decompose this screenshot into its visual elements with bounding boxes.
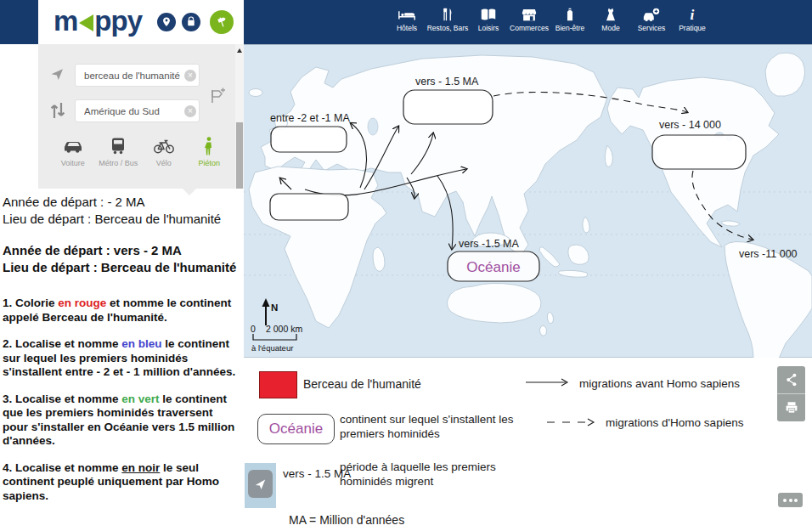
land-philippines — [583, 217, 589, 233]
cradle-legend-label: Berceau de l'humanité — [303, 377, 421, 392]
shopping-bag-icon — [183, 14, 199, 30]
print-button[interactable] — [777, 394, 805, 421]
land-cuba — [721, 221, 740, 226]
land-japan — [605, 145, 612, 167]
logo-arrow-icon — [79, 14, 93, 31]
land-australia — [448, 283, 542, 323]
north-arrow: N — [262, 298, 279, 325]
svg-text:0: 0 — [251, 324, 256, 334]
nav-item-services[interactable]: Services — [631, 6, 672, 32]
car-icon — [62, 136, 84, 156]
nav-item-hotels[interactable]: Hôtels — [386, 6, 427, 32]
signpost-icon — [213, 14, 230, 31]
oceania-legend-box: Océanie — [257, 414, 335, 444]
oceania-legend-label: Océanie — [269, 421, 323, 438]
clear-to-button[interactable]: × — [184, 105, 196, 117]
north-america-answer-box — [652, 135, 746, 169]
geolocate-control[interactable] — [245, 463, 276, 508]
book-icon — [479, 6, 498, 23]
asia-period-label: vers - 1.5 MA — [415, 76, 479, 88]
nav-item-mode[interactable]: Mode — [590, 6, 631, 32]
nav-item-commerces[interactable]: Commerces — [509, 6, 550, 32]
svg-text:i: i — [691, 6, 695, 23]
nav-label: Restos, Bars — [427, 24, 469, 32]
highlight-vert: en vert — [121, 393, 159, 405]
bike-icon — [153, 136, 175, 156]
mappy-logo[interactable]: m ppy — [54, 5, 142, 37]
oceania-name-label: Océanie — [466, 259, 520, 275]
highlight-bleu: en bleu — [121, 337, 161, 350]
mode-pieton[interactable]: Piéton — [187, 136, 233, 167]
europe-period-label: entre -2 et -1 MA — [270, 112, 350, 124]
info-icon: i — [683, 6, 702, 23]
nav-label: Hôtels — [397, 24, 417, 32]
nav-label: Commerces — [510, 24, 549, 32]
bed-icon — [398, 6, 416, 23]
car-plus-icon — [642, 6, 661, 23]
nav-item-pratique[interactable]: i Pratique — [672, 6, 713, 32]
add-step-flag-icon[interactable] — [208, 87, 227, 105]
ma-abbreviation-note: MA = Million d'années — [289, 513, 404, 528]
instructions: 1. Colorie en rouge et nomme le continen… — [3, 297, 240, 516]
nav-label: Pratique — [679, 24, 706, 32]
land-new-zealand — [539, 312, 553, 336]
share-icon — [784, 372, 799, 387]
departure-place-plain: Lieu de départ : Berceau de l'humanité — [3, 211, 221, 228]
scroll-up-icon[interactable] — [237, 48, 242, 53]
nav-label: Loisirs — [478, 24, 499, 32]
mode-metro-bus[interactable]: Métro / Bus — [96, 136, 142, 167]
more-options-button[interactable] — [778, 493, 803, 507]
map-canvas[interactable]: entre -2 et -1 MA vers - 1.5 MA vers - 1… — [244, 44, 812, 358]
share-button[interactable] — [777, 366, 805, 394]
panel-scrollbar[interactable] — [235, 44, 244, 189]
shopping-button[interactable] — [182, 13, 200, 31]
map-tools-panel — [777, 366, 805, 421]
instruction-1: 1. Colorie en rouge et nomme le continen… — [3, 297, 240, 325]
departure-bold-block: Année de départ : vers - 2 MA Lieu de dé… — [3, 242, 236, 276]
geolocate-button[interactable] — [248, 470, 273, 498]
top-nav: Hôtels Restos, Bars Loisirs Commerces Bi… — [244, 0, 812, 44]
land-borneo — [568, 245, 589, 264]
nav-item-bien-etre[interactable]: Bien-être — [550, 6, 590, 32]
departure-place-bold: Lieu de départ : Berceau de l'humanité — [3, 259, 236, 276]
nav-label: Services — [638, 24, 666, 32]
logo-text-ppy: ppy — [94, 5, 142, 37]
mode-label: Piéton — [198, 159, 220, 167]
mode-voiture[interactable]: Voiture — [50, 136, 96, 167]
dashed-arrow-symbol — [546, 417, 602, 427]
solid-arrow-symbol — [525, 377, 572, 387]
mappy-app: m ppy — [0, 0, 812, 531]
solid-arrow-label: migrations avant Homo sapiens — [579, 376, 740, 391]
nav-item-loisirs[interactable]: Loisirs — [468, 6, 509, 32]
dress-icon — [601, 6, 620, 23]
dashed-arrow-label: migrations d'Homo sapiens — [606, 415, 743, 430]
europe-answer-box — [271, 127, 347, 152]
clear-from-button[interactable]: × — [184, 70, 196, 82]
pedestrian-icon — [198, 136, 220, 156]
route-panel: × × Voiture Métro / Bus Vélo — [38, 44, 244, 189]
from-input[interactable] — [75, 64, 200, 87]
mode-velo[interactable]: Vélo — [141, 136, 187, 167]
directions-button[interactable] — [210, 10, 234, 34]
svg-text:N: N — [271, 302, 278, 313]
land-madagascar — [373, 247, 385, 271]
print-icon — [784, 400, 799, 415]
logo-bar: m ppy — [38, 0, 244, 44]
mode-label: Voiture — [61, 159, 85, 167]
north-america-period-label: vers - 14 000 — [659, 119, 721, 131]
cursor-icon — [50, 67, 65, 82]
instruction-2: 2. Localise et nomme en bleu le continen… — [3, 337, 240, 380]
bus-icon — [107, 136, 129, 156]
scrollbar-thumb[interactable] — [236, 122, 243, 189]
oceania-period-label: vers -1.5 MA — [459, 238, 520, 250]
svg-text:2 000 km: 2 000 km — [266, 324, 302, 334]
scale-bar: 0 2 000 km à l'équateur — [251, 324, 302, 353]
mode-label: Métro / Bus — [99, 159, 138, 167]
header-left-spacer — [0, 0, 38, 44]
map-pin-button[interactable] — [157, 13, 176, 31]
nav-label: Mode — [601, 24, 619, 32]
africa-answer-box — [270, 194, 348, 220]
swap-icon[interactable] — [48, 100, 67, 121]
nav-item-restos-bars[interactable]: Restos, Bars — [427, 6, 468, 32]
to-input[interactable] — [75, 99, 200, 122]
